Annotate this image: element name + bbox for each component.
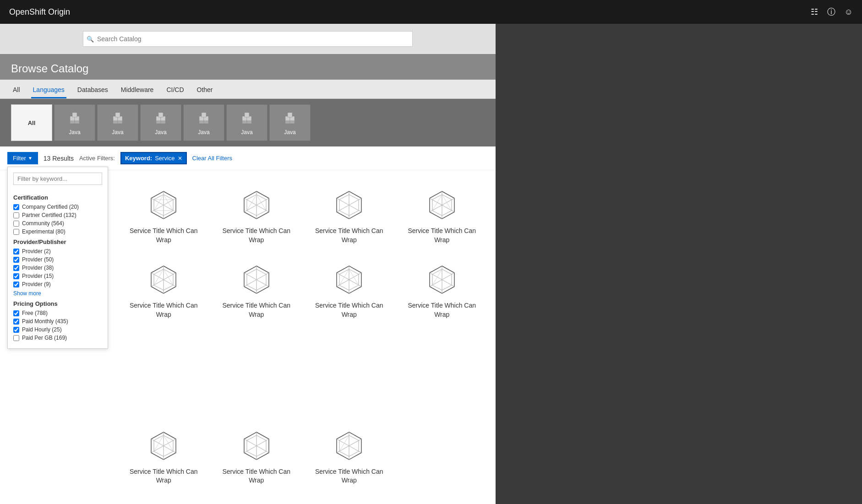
filter-partner-certified[interactable]: Partner Certified (132)	[13, 212, 102, 218]
filter-experimental[interactable]: Experimental (80)	[13, 228, 102, 235]
keyword-remove-button[interactable]: ✕	[178, 155, 182, 162]
active-filters-label: Active Filters:	[79, 155, 115, 162]
provider-4-checkbox[interactable]	[13, 273, 19, 279]
catalog-item-2[interactable]: Service Title Which Can Wrap	[210, 179, 303, 254]
catalog-item-5[interactable]: Service Title Which Can Wrap	[117, 254, 210, 329]
catalog-item-6[interactable]: Service Title Which Can Wrap	[210, 254, 303, 329]
filter-keyword-input[interactable]	[13, 173, 102, 185]
tab-middleware[interactable]: Middleware	[119, 83, 156, 98]
user-icon[interactable]: ☺	[845, 7, 853, 17]
show-more-link[interactable]: Show more	[13, 290, 41, 297]
catalog-item-7[interactable]: Service Title Which Can Wrap	[303, 254, 396, 329]
provider-4-label: Provider (15)	[22, 273, 54, 279]
catalog-item-3-title: Service Title Which Can Wrap	[308, 227, 391, 244]
type-icon-java-6[interactable]: Java	[269, 104, 311, 141]
filter-free[interactable]: Free (788)	[13, 310, 102, 316]
tab-databases[interactable]: Databases	[76, 83, 110, 98]
filter-provider-4[interactable]: Provider (15)	[13, 273, 102, 279]
tab-other[interactable]: Other	[195, 83, 215, 98]
service-icon-1	[147, 189, 180, 221]
cert-community-checkbox[interactable]	[13, 221, 19, 227]
service-icon-7	[333, 264, 365, 296]
catalog-item-4-title: Service Title Which Can Wrap	[401, 227, 484, 244]
filter-paid-monthly[interactable]: Paid Monthly (435)	[13, 318, 102, 325]
catalog-item-4[interactable]: Service Title Which Can Wrap	[396, 179, 489, 254]
catalog-item-7-title: Service Title Which Can Wrap	[308, 301, 391, 319]
filter-button[interactable]: Filter ▼	[7, 152, 38, 164]
pricing-hourly-checkbox[interactable]	[13, 327, 19, 333]
cubes-icon-4	[196, 110, 212, 126]
svg-rect-24	[247, 121, 251, 124]
tab-all[interactable]: All	[11, 83, 22, 98]
grid-icon[interactable]: ☷	[811, 7, 818, 17]
service-icon-5	[147, 264, 180, 296]
catalog-item-10[interactable]: Service Title Which Can Wrap	[210, 420, 303, 495]
type-icon-all[interactable]: All	[11, 104, 52, 141]
provider-1-checkbox[interactable]	[13, 249, 19, 255]
type-java-2-label: Java	[112, 129, 123, 135]
provider-5-label: Provider (9)	[22, 281, 51, 287]
provider-5-checkbox[interactable]	[13, 282, 19, 287]
pricing-pergb-checkbox[interactable]	[13, 335, 19, 341]
search-input[interactable]	[83, 31, 413, 47]
provider-2-checkbox[interactable]	[13, 257, 19, 263]
filter-provider-2[interactable]: Provider (50)	[13, 256, 102, 263]
svg-rect-22	[245, 113, 249, 117]
tab-languages[interactable]: Languages	[31, 83, 66, 98]
filter-bar: Filter ▼ 13 Results Active Filters: Keyw…	[0, 146, 496, 170]
type-java-4-label: Java	[198, 129, 209, 135]
catalog-item-8[interactable]: Service Title Which Can Wrap	[396, 254, 489, 329]
pricing-hourly-label: Paid Hourly (25)	[22, 326, 62, 333]
cubes-icon-6	[282, 110, 298, 126]
catalog-item-11[interactable]: Service Title Which Can Wrap	[303, 420, 396, 495]
cubes-icon-2	[109, 110, 126, 126]
right-panel	[496, 24, 862, 504]
browse-header: Browse Catalog	[0, 54, 496, 80]
type-icons-row: All Java	[0, 99, 496, 146]
service-icon-10	[240, 430, 273, 462]
catalog-item-6-title: Service Title Which Can Wrap	[215, 301, 298, 319]
catalog-item-9[interactable]: Service Title Which Can Wrap	[117, 420, 210, 495]
filter-provider-3[interactable]: Provider (38)	[13, 265, 102, 271]
pricing-monthly-checkbox[interactable]	[13, 319, 19, 325]
keyword-tag: Keyword: Service ✕	[120, 152, 187, 164]
nav-icons: ☷ ⓘ ☺	[811, 6, 853, 17]
service-icon-3	[333, 189, 365, 221]
brand-title: OpenShift Origin	[9, 7, 70, 17]
svg-rect-23	[242, 121, 247, 124]
bottom-row: Service Title Which Can Wrap Service Tit…	[0, 420, 496, 504]
svg-rect-19	[204, 121, 208, 124]
cert-company-checkbox[interactable]	[13, 204, 19, 210]
type-icon-java-2[interactable]: Java	[97, 104, 138, 141]
help-icon[interactable]: ⓘ	[827, 6, 835, 17]
filter-paid-hourly[interactable]: Paid Hourly (25)	[13, 326, 102, 333]
filter-provider-5[interactable]: Provider (9)	[13, 281, 102, 287]
filter-company-certified[interactable]: Company Certified (20)	[13, 204, 102, 210]
type-icon-java-5[interactable]: Java	[226, 104, 267, 141]
catalog-grid: Service Title Which Can Wrap	[110, 170, 496, 420]
filter-paid-per-gb[interactable]: Paid Per GB (169)	[13, 335, 102, 341]
clear-all-filters-link[interactable]: Clear All Filters	[192, 155, 232, 162]
tab-cicd[interactable]: CI/CD	[164, 83, 185, 98]
cert-experimental-checkbox[interactable]	[13, 229, 19, 235]
type-icon-java-1[interactable]: Java	[54, 104, 95, 141]
catalog-item-9-title: Service Title Which Can Wrap	[122, 467, 205, 485]
provider-2-label: Provider (50)	[22, 256, 54, 263]
type-icon-java-4[interactable]: Java	[183, 104, 224, 141]
catalog-item-1[interactable]: Service Title Which Can Wrap	[117, 179, 210, 254]
svg-rect-14	[161, 121, 165, 124]
cubes-icon-3	[153, 110, 169, 126]
svg-rect-28	[285, 121, 290, 124]
catalog-item-3[interactable]: Service Title Which Can Wrap	[303, 179, 396, 254]
filter-community[interactable]: Community (564)	[13, 220, 102, 227]
cert-partner-checkbox[interactable]	[13, 212, 19, 218]
service-icon-9	[147, 430, 180, 462]
provider-3-checkbox[interactable]	[13, 265, 19, 271]
pricing-free-checkbox[interactable]	[13, 310, 19, 316]
filter-provider-1[interactable]: Provider (2)	[13, 248, 102, 255]
svg-rect-18	[199, 121, 204, 124]
type-icon-java-3[interactable]: Java	[140, 104, 181, 141]
provider-3-label: Provider (38)	[22, 265, 54, 271]
svg-rect-9	[118, 121, 122, 124]
svg-rect-4	[75, 121, 79, 124]
